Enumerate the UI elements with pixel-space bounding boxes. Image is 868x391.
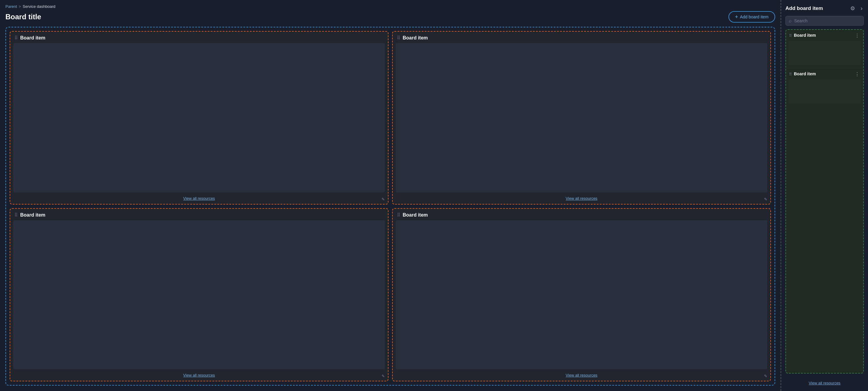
main-area: Parent > Service dashboard Board title +… (0, 0, 781, 391)
view-all-resources-link-1[interactable]: View all resources (183, 196, 215, 201)
drag-handle-icon-3[interactable] (14, 213, 18, 218)
panel-item-2-menu-button[interactable] (854, 71, 860, 77)
board-card-4-header: Board item (393, 209, 770, 220)
board-card-2: Board item View all resources (392, 31, 771, 204)
breadcrumb: Parent > Service dashboard (5, 4, 775, 9)
panel-footer: View all resources (785, 377, 864, 387)
search-icon (789, 18, 792, 24)
panel-view-all-link[interactable]: View all resources (809, 381, 840, 385)
board-card-1-header: Board item (10, 32, 388, 43)
breadcrumb-current: Service dashboard (23, 4, 55, 9)
edit-icon-3[interactable] (381, 374, 385, 378)
edit-icon-1[interactable] (381, 197, 385, 201)
edit-icon-2[interactable] (764, 197, 767, 201)
panel-item-2-body (788, 79, 861, 104)
page-title: Board title (5, 13, 41, 21)
board-card-4-footer: View all resources (393, 369, 770, 381)
panel-board-item-2-row: Board item (786, 68, 863, 77)
board-card-2-header: Board item (393, 32, 770, 43)
board-card-4: Board item View all resources (392, 208, 771, 382)
board-card-2-content (396, 43, 767, 193)
panel-header: Add board item (785, 4, 864, 12)
board-card-3-header: Board item (10, 209, 388, 220)
drag-handle-icon[interactable] (14, 35, 18, 41)
board-card-4-content (396, 220, 767, 369)
breadcrumb-parent-link[interactable]: Parent (5, 4, 17, 9)
search-input[interactable] (794, 19, 861, 23)
board-card-3-footer: View all resources (10, 369, 388, 381)
drag-handle-icon-2[interactable] (397, 35, 400, 41)
breadcrumb-separator: > (19, 4, 21, 9)
edit-icon-4[interactable] (764, 374, 767, 378)
add-board-button-label: Add board item (740, 14, 769, 19)
add-board-button[interactable]: + Add board item (728, 11, 775, 23)
board-card-1-title: Board item (20, 35, 45, 41)
panel-item-2-title: Board item (794, 71, 854, 76)
search-bar (785, 16, 864, 26)
panel-drag-handle-2[interactable] (789, 72, 792, 76)
drag-handle-icon-4[interactable] (397, 213, 400, 218)
board-card-3-title: Board item (20, 213, 45, 218)
panel-items-container: Board item Board item (785, 29, 864, 373)
settings-button[interactable] (849, 4, 856, 12)
board-card-1-content (13, 43, 385, 193)
panel-item-1-menu-button[interactable] (854, 33, 860, 38)
panel-item-1-body (788, 41, 861, 65)
collapse-panel-button[interactable] (859, 4, 864, 12)
view-all-resources-link-2[interactable]: View all resources (566, 196, 597, 201)
board-card-3-content (13, 220, 385, 369)
panel-board-item-2: Board item (786, 68, 863, 107)
board-card-2-title: Board item (403, 35, 428, 41)
plus-icon: + (735, 14, 738, 20)
panel-drag-handle-1[interactable] (789, 33, 792, 38)
panel-board-item-1-row: Board item (786, 30, 863, 38)
view-all-resources-link-3[interactable]: View all resources (183, 373, 215, 378)
board-card-2-footer: View all resources (393, 193, 770, 204)
panel-title: Add board item (785, 5, 823, 11)
panel-item-1-title: Board item (794, 33, 854, 38)
page-header: Board title + Add board item (5, 11, 775, 23)
view-all-resources-link-4[interactable]: View all resources (566, 373, 597, 378)
board-card-3: Board item View all resources (10, 208, 389, 382)
panel-board-item-1: Board item (786, 30, 863, 68)
board-card-4-title: Board item (403, 213, 428, 218)
board-card-1: Board item View all resources (10, 31, 389, 204)
right-panel: Add board item Board item Board item (781, 0, 868, 391)
board-grid: Board item View all resources Board item… (5, 27, 775, 386)
panel-header-icons (849, 4, 864, 12)
board-card-1-footer: View all resources (10, 193, 388, 204)
